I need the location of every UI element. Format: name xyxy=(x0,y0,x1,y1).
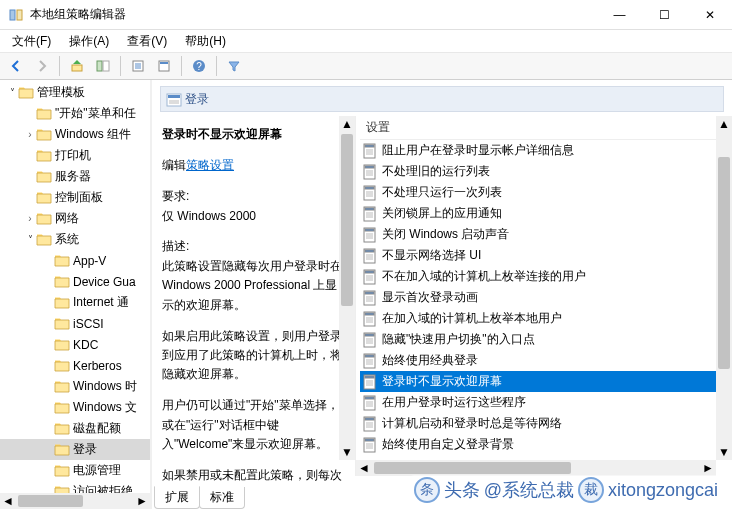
export-list-button[interactable] xyxy=(126,54,150,78)
tree-item[interactable]: 打印机 xyxy=(0,145,150,166)
list-item[interactable]: 关闭 Windows 启动声音 xyxy=(360,224,732,245)
menu-action[interactable]: 操作(A) xyxy=(61,31,117,52)
policy-icon xyxy=(362,374,378,390)
minimize-button[interactable]: — xyxy=(597,0,642,30)
svg-rect-38 xyxy=(365,229,374,231)
tree-item[interactable]: App-V xyxy=(0,250,150,271)
tree-twisty-icon[interactable] xyxy=(42,381,54,392)
list-h-scrollbar[interactable]: ◄ ► xyxy=(356,460,716,476)
folder-icon xyxy=(36,127,52,143)
tree-twisty-icon[interactable] xyxy=(42,276,54,287)
menu-help[interactable]: 帮助(H) xyxy=(177,31,234,52)
list-item[interactable]: 不处理只运行一次列表 xyxy=(360,182,732,203)
tree-twisty-icon[interactable] xyxy=(24,108,36,119)
list-item[interactable]: 在用户登录时运行这些程序 xyxy=(360,392,732,413)
list-v-scrollbar[interactable]: ▲ ▼ xyxy=(716,116,732,460)
menu-view[interactable]: 查看(V) xyxy=(119,31,175,52)
list-item-label: 隐藏"快速用户切换"的入口点 xyxy=(382,331,535,348)
tree-twisty-icon[interactable] xyxy=(24,171,36,182)
desc-v-scrollbar[interactable]: ▲ ▼ xyxy=(339,116,355,460)
svg-rect-63 xyxy=(365,334,374,336)
list-item-label: 关闭锁屏上的应用通知 xyxy=(382,205,502,222)
list-item[interactable]: 登录时不显示欢迎屏幕 xyxy=(360,371,732,392)
list-item[interactable]: 关闭锁屏上的应用通知 xyxy=(360,203,732,224)
list-item[interactable]: 阻止用户在登录时显示帐户详细信息 xyxy=(360,140,732,161)
svg-rect-4 xyxy=(103,61,109,71)
list-item[interactable]: 始终使用自定义登录背景 xyxy=(360,434,732,455)
tree-item-label: Internet 通 xyxy=(73,294,129,311)
help-button[interactable]: ? xyxy=(187,54,211,78)
scroll-down-icon[interactable]: ▼ xyxy=(716,444,732,460)
scroll-right-icon[interactable]: ► xyxy=(134,493,150,509)
list-item[interactable]: 计算机启动和登录时总是等待网络 xyxy=(360,413,732,434)
list-item-label: 不在加入域的计算机上枚举连接的用户 xyxy=(382,268,586,285)
tree-twisty-icon[interactable]: ˅ xyxy=(24,234,36,245)
scroll-down-icon[interactable]: ▼ xyxy=(339,444,355,460)
tab-extended[interactable]: 扩展 xyxy=(154,486,200,509)
list-item[interactable]: 不处理旧的运行列表 xyxy=(360,161,732,182)
tab-standard[interactable]: 标准 xyxy=(199,487,245,509)
tree-item[interactable]: Windows 文 xyxy=(0,397,150,418)
menu-file[interactable]: 文件(F) xyxy=(4,31,59,52)
scroll-left-icon[interactable]: ◄ xyxy=(356,460,372,476)
list-item[interactable]: 在加入域的计算机上枚举本地用户 xyxy=(360,308,732,329)
tree-item[interactable]: 登录 xyxy=(0,439,150,460)
show-hide-tree-button[interactable] xyxy=(91,54,115,78)
maximize-button[interactable]: ☐ xyxy=(642,0,687,30)
scroll-up-icon[interactable]: ▲ xyxy=(716,116,732,132)
tree-item[interactable]: Kerberos xyxy=(0,355,150,376)
properties-button[interactable] xyxy=(152,54,176,78)
tree-twisty-icon[interactable] xyxy=(42,297,54,308)
tree-twisty-icon[interactable] xyxy=(24,150,36,161)
tree-twisty-icon[interactable] xyxy=(42,402,54,413)
edit-policy-link[interactable]: 策略设置 xyxy=(186,158,234,172)
tree-twisty-icon[interactable] xyxy=(42,255,54,266)
tree-item[interactable]: ˅系统 xyxy=(0,229,150,250)
scroll-up-icon[interactable]: ▲ xyxy=(339,116,355,132)
scroll-right-icon[interactable]: ► xyxy=(700,460,716,476)
filter-button[interactable] xyxy=(222,54,246,78)
tree-item[interactable]: Device Gua xyxy=(0,271,150,292)
list-item[interactable]: 始终使用经典登录 xyxy=(360,350,732,371)
tree-item[interactable]: Internet 通 xyxy=(0,292,150,313)
back-button[interactable] xyxy=(4,54,28,78)
policy-icon xyxy=(362,206,378,222)
tree-item[interactable]: KDC xyxy=(0,334,150,355)
tree-twisty-icon[interactable]: › xyxy=(24,213,36,224)
tree-item-label: 控制面板 xyxy=(55,189,103,206)
tree-item[interactable]: Windows 时 xyxy=(0,376,150,397)
tree-twisty-icon[interactable] xyxy=(24,192,36,203)
policy-icon xyxy=(362,269,378,285)
list-item[interactable]: 显示首次登录动画 xyxy=(360,287,732,308)
tree-item[interactable]: 磁盘配额 xyxy=(0,418,150,439)
close-button[interactable]: ✕ xyxy=(687,0,732,30)
tree-item[interactable]: "开始"菜单和任 xyxy=(0,103,150,124)
tree-twisty-icon[interactable] xyxy=(42,444,54,455)
tree-item[interactable]: iSCSI xyxy=(0,313,150,334)
tree-twisty-icon[interactable] xyxy=(42,465,54,476)
tree-twisty-icon[interactable]: › xyxy=(24,129,36,140)
tree-twisty-icon[interactable] xyxy=(42,318,54,329)
watermark-handle: @系统总裁 xyxy=(484,478,574,502)
list-item-label: 计算机启动和登录时总是等待网络 xyxy=(382,415,562,432)
forward-button[interactable] xyxy=(30,54,54,78)
scroll-left-icon[interactable]: ◄ xyxy=(0,493,16,509)
tree-twisty-icon[interactable] xyxy=(42,360,54,371)
tree-item[interactable]: ˅管理模板 xyxy=(0,82,150,103)
tree-twisty-icon[interactable] xyxy=(42,339,54,350)
tree-twisty-icon[interactable]: ˅ xyxy=(6,87,18,98)
tree-item[interactable]: ›Windows 组件 xyxy=(0,124,150,145)
settings-column-header[interactable]: 设置 xyxy=(360,116,732,140)
folder-icon xyxy=(54,463,70,479)
tree-twisty-icon[interactable] xyxy=(42,423,54,434)
list-item[interactable]: 不在加入域的计算机上枚举连接的用户 xyxy=(360,266,732,287)
tree-item[interactable]: 电源管理 xyxy=(0,460,150,481)
tree-item[interactable]: ›网络 xyxy=(0,208,150,229)
list-item[interactable]: 隐藏"快速用户切换"的入口点 xyxy=(360,329,732,350)
panel-header-icon xyxy=(165,91,183,112)
tree-item[interactable]: 服务器 xyxy=(0,166,150,187)
list-item[interactable]: 不显示网络选择 UI xyxy=(360,245,732,266)
up-button[interactable] xyxy=(65,54,89,78)
tree-item[interactable]: 控制面板 xyxy=(0,187,150,208)
tree-h-scrollbar[interactable]: ◄ ► xyxy=(0,493,150,509)
